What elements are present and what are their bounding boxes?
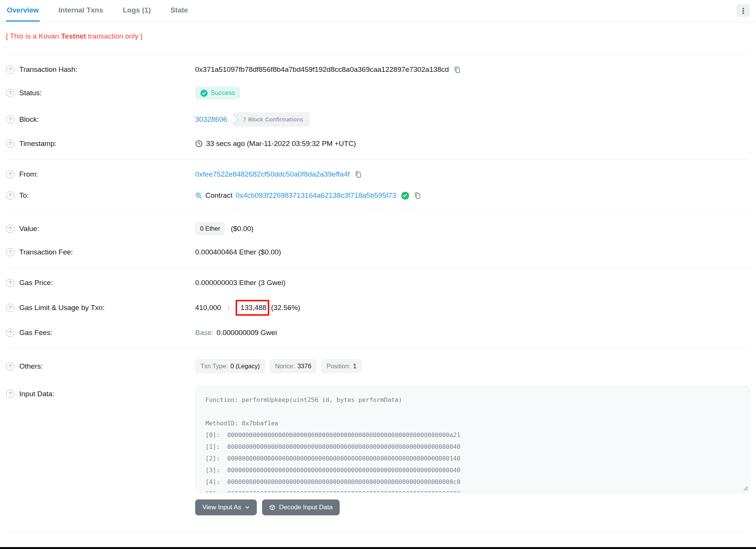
nonce-value: 3376 bbox=[297, 363, 311, 370]
help-icon[interactable]: ? bbox=[6, 89, 14, 97]
from-address-link[interactable]: 0xfee7522e8482682cf50ddc50a0f8da2a39effa… bbox=[195, 170, 350, 178]
tab-internal-txns[interactable]: Internal Txns bbox=[58, 0, 104, 22]
tab-label: Internal Txns bbox=[59, 6, 103, 14]
window-bottom-edge bbox=[0, 547, 756, 549]
row-label: ? Timestamp: bbox=[6, 140, 195, 148]
value-badge: 0 Ether bbox=[195, 222, 225, 235]
block-number-link[interactable]: 30328606 bbox=[195, 115, 227, 124]
help-icon[interactable]: ? bbox=[6, 191, 14, 200]
nonce-name: Nonce: bbox=[275, 363, 295, 370]
input-data-buttons: View Input As Decode Input Data bbox=[195, 499, 750, 515]
notice-suffix: transaction only ] bbox=[86, 32, 143, 40]
help-icon[interactable]: ? bbox=[6, 390, 14, 398]
value-label: Value: bbox=[19, 225, 39, 233]
row-label: ? Block: bbox=[6, 115, 195, 124]
kebab-icon: ⋮ bbox=[739, 7, 747, 15]
input-data-label: Input Data: bbox=[19, 390, 54, 398]
tab-label: State bbox=[171, 6, 188, 14]
to-contract-prefix: Contract bbox=[205, 191, 233, 200]
help-icon[interactable]: ? bbox=[6, 115, 14, 124]
gas-used-percent: (32.56%) bbox=[271, 304, 300, 312]
copy-icon[interactable] bbox=[453, 66, 461, 74]
check-icon bbox=[200, 90, 208, 97]
transaction-hash-label: Transaction Hash: bbox=[19, 65, 77, 74]
row-others: ? Others: Txn Type: 0 (Legacy) Nonce: 33… bbox=[6, 353, 750, 380]
help-icon[interactable]: ? bbox=[6, 279, 14, 287]
row-label: ? Gas Fees: bbox=[6, 329, 195, 337]
row-timestamp: ? Timestamp: 33 secs ago (Mar-11-2022 03… bbox=[6, 133, 750, 154]
gas-fees-base-label: Base: bbox=[195, 329, 214, 337]
gas-fees-base-value: 0.000000009 Gwei bbox=[217, 329, 277, 337]
row-label: ? To: bbox=[6, 191, 195, 200]
decode-input-data-button[interactable]: Decode Input Data bbox=[262, 499, 340, 515]
cube-icon bbox=[269, 504, 275, 510]
txn-type-name: Txn Type: bbox=[200, 363, 228, 370]
section-value: ? Value: 0 Ether ($0.00) ? Transaction F… bbox=[6, 211, 750, 267]
row-label: ? Status: bbox=[6, 89, 195, 97]
view-input-as-button[interactable]: View Input As bbox=[195, 499, 257, 515]
from-label: From: bbox=[19, 170, 38, 178]
input-data-textarea[interactable]: Function: performUpkeep(uint256 id, byte… bbox=[195, 386, 750, 493]
section-transaction-summary: ? Transaction Hash: 0x371a51097fb78df856… bbox=[6, 54, 750, 159]
block-confirmations-badge: 7 Block Confirmations bbox=[233, 112, 310, 127]
row-to: ? To: Contract 0x4cb093f226983713164a621… bbox=[6, 185, 750, 206]
help-icon[interactable]: ? bbox=[6, 225, 14, 233]
position-badge: Position: 1 bbox=[321, 359, 362, 373]
help-icon[interactable]: ? bbox=[6, 362, 14, 371]
help-icon[interactable]: ? bbox=[6, 140, 14, 148]
row-label: ? Value: bbox=[6, 225, 195, 233]
tab-overview[interactable]: Overview bbox=[6, 0, 40, 22]
verified-check-icon bbox=[401, 192, 409, 200]
row-gas-fees: ? Gas Fees: Base: 0.000000009 Gwei bbox=[6, 322, 750, 343]
tab-logs[interactable]: Logs (1) bbox=[122, 0, 152, 22]
copy-icon[interactable] bbox=[414, 192, 422, 200]
row-label: ? Input Data: bbox=[6, 386, 195, 398]
section-others-input: ? Others: Txn Type: 0 (Legacy) Nonce: 33… bbox=[6, 348, 750, 533]
status-badge: Success bbox=[195, 87, 240, 99]
row-block: ? Block: 30328606 7 Block Confirmations bbox=[6, 106, 750, 133]
section-addresses: ? From: 0xfee7522e8482682cf50ddc50a0f8da… bbox=[6, 159, 750, 211]
row-from: ? From: 0xfee7522e8482682cf50ddc50a0f8da… bbox=[6, 164, 750, 185]
help-icon[interactable]: ? bbox=[6, 304, 14, 312]
tab-label: Logs (1) bbox=[123, 6, 151, 14]
status-label: Status: bbox=[19, 89, 42, 97]
to-label: To: bbox=[19, 191, 29, 200]
row-transaction-hash: ? Transaction Hash: 0x371a51097fb78df856… bbox=[6, 59, 750, 80]
help-icon[interactable]: ? bbox=[6, 65, 14, 74]
resize-handle[interactable] bbox=[742, 485, 748, 490]
zoom-in-icon[interactable] bbox=[195, 192, 202, 199]
row-label: ? Transaction Hash: bbox=[6, 65, 195, 74]
gas-used-highlight-box: 133,488 bbox=[236, 300, 269, 316]
row-label: ? Gas Price: bbox=[6, 279, 195, 287]
gas-used-value: 133,488 bbox=[241, 304, 267, 312]
more-options-button[interactable]: ⋮ bbox=[736, 5, 750, 17]
view-input-as-label: View Input As bbox=[202, 504, 241, 511]
gas-fees-label: Gas Fees: bbox=[19, 329, 53, 337]
others-label: Others: bbox=[19, 362, 43, 371]
transaction-fee-value: 0.000400464 Ether ($0.00) bbox=[195, 248, 281, 256]
row-label: ? Transaction Fee: bbox=[6, 248, 195, 256]
txn-type-badge: Txn Type: 0 (Legacy) bbox=[195, 359, 265, 373]
copy-icon[interactable] bbox=[354, 171, 362, 178]
gas-limit-usage-label: Gas Limit & Usage by Txn: bbox=[19, 304, 105, 312]
decode-input-data-label: Decode Input Data bbox=[279, 504, 333, 511]
transaction-hash-value: 0x371a51097fb78df856f8b4a7bd459f192d8cc8… bbox=[195, 65, 449, 74]
row-label: ? Others: bbox=[6, 362, 195, 371]
notice-prefix: [ This is a Kovan bbox=[6, 32, 61, 40]
help-icon[interactable]: ? bbox=[6, 170, 14, 178]
row-gas-price: ? Gas Price: 0.000000003 Ether (3 Gwei) bbox=[6, 272, 750, 293]
to-address-link[interactable]: 0x4cb093f226983713164a62138c3f718a5b595f… bbox=[236, 191, 396, 200]
transaction-fee-label: Transaction Fee: bbox=[19, 248, 73, 256]
position-name: Position: bbox=[326, 363, 350, 370]
row-label: ? From: bbox=[6, 170, 195, 178]
row-status: ? Status: Success bbox=[6, 80, 750, 106]
clock-icon bbox=[195, 140, 203, 147]
gas-separator: | bbox=[228, 304, 229, 312]
help-icon[interactable]: ? bbox=[6, 248, 14, 256]
value-usd: ($0.00) bbox=[231, 225, 253, 233]
tab-state[interactable]: State bbox=[170, 0, 189, 22]
tab-bar: Overview Internal Txns Logs (1) State ⋮ bbox=[0, 0, 756, 22]
gas-limit-value: 410,000 bbox=[195, 304, 221, 312]
help-icon[interactable]: ? bbox=[6, 329, 14, 337]
block-label: Block: bbox=[19, 115, 39, 124]
